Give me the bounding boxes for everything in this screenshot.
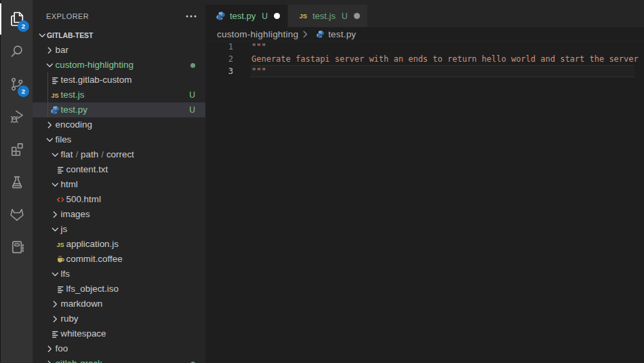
tree-item-500.html[interactable]: 500.html [33,192,205,207]
breadcrumb-item[interactable]: test.py [328,29,356,39]
tree-item-whitespace[interactable]: whitespace [33,326,205,341]
tree-item-label: js [61,222,68,237]
activitybar-item-run-debug[interactable] [1,100,33,133]
compact-path-segment[interactable]: correct [106,149,134,159]
file-icon: JS [55,239,66,250]
svg-text:JS: JS [300,13,307,20]
activitybar-item-search[interactable] [1,35,33,68]
compact-path-separator: / [101,149,104,159]
chevron-right-icon [49,299,60,309]
search-icon [9,43,25,60]
tree-item-foo[interactable]: foo [33,341,205,356]
tree-item-label: encoding [56,117,92,132]
breadcrumb-item[interactable]: custom-highlighting [217,29,298,39]
tree-item-ruby[interactable]: ruby [33,311,205,326]
run-and-debug-icon [9,109,25,125]
tree-item-lfs[interactable]: lfs [33,267,205,282]
tab-git-status: U [342,12,348,21]
code-line-3[interactable]: 3""" [205,65,644,77]
activitybar-item-notebook[interactable] [1,231,33,263]
code-line-1[interactable]: 1""" [205,41,644,53]
activitybar-item-testing[interactable] [1,166,33,198]
javascript-file-icon: JS [298,11,308,21]
tree-item-label: test.gitlab-custom [61,73,132,88]
twisty-expanded [49,269,60,280]
tree-item-label: whitespace [61,326,106,341]
tree-section-root[interactable]: GITLAB-TEST [33,28,205,43]
tree-item-label: flat/path/correct [61,147,134,162]
tree-item-label: lfs [61,267,70,282]
tree-item-lfs-object.iso[interactable]: lfs_object.iso [33,282,205,297]
twisty-expanded [49,179,60,190]
tree-item-flat-path-correct[interactable]: flat/path/correct [33,147,205,162]
file-icon [50,75,60,85]
chevron-down-icon [44,60,55,71]
tree-item-markdown[interactable]: markdown [33,297,205,311]
tree-item-html[interactable]: html [33,177,205,192]
tabs: test.pyU JStest.jsU [205,5,368,27]
code-area[interactable]: 1"""2Generate fastapi server with an end… [205,41,644,363]
python-file-icon [216,11,226,21]
file-icon [55,164,66,175]
activitybar-item-explorer[interactable]: 2 [1,3,33,35]
chevron-right-icon [44,119,55,130]
notebook-icon [9,239,25,255]
badge-explorer: 2 [18,20,29,32]
tree-item-js[interactable]: js [33,222,205,237]
tree-item-label: custom-highlighting [56,58,134,73]
tree-item-images[interactable]: images [33,207,205,222]
tree-item-files[interactable]: files [33,132,205,147]
tree-item-test.gitlab-custom[interactable]: test.gitlab-custom [33,73,205,88]
file-icon: JS [49,90,60,100]
tree-item-gitlab-grack[interactable]: gitlab-grack [33,356,205,363]
chevron-down-icon [49,149,60,160]
tree-item-label: images [61,207,90,222]
activitybar-item-gitlab[interactable] [1,198,33,231]
tab-test.js[interactable]: JStest.jsU [288,5,368,27]
tree-item-label: test.js [61,88,85,102]
compact-path-segment[interactable]: path [81,149,98,159]
chevron-right-icon [44,343,55,354]
code-text: Generate fastapi server with an ends to … [251,53,639,65]
tree-item-content.txt[interactable]: content.txt [33,162,205,177]
twisty-expanded [44,134,55,145]
tree-item-label: markdown [61,297,103,311]
tree-item-bar[interactable]: bar [33,43,205,58]
code-text: """ [251,41,266,53]
dirty-indicator-dot[interactable] [354,13,360,19]
tree-item-application.js[interactable]: JSapplication.js [33,237,205,252]
sidebar-explorer: EXPLORER GITLAB-TESTbarcustom-highlighti… [33,0,205,363]
javascript-file-icon: JS [56,240,66,250]
more-actions-button[interactable] [185,14,197,19]
tree-item-label: commit.coffee [66,252,123,267]
indent-guide [47,73,48,117]
tree-item-commit.coffee[interactable]: commit.coffee [33,252,205,267]
chevron-down-icon [49,179,60,190]
tree-item-label: 500.html [66,192,101,207]
tab-strip: test.pyU JStest.jsU [205,0,644,27]
tab-test.py[interactable]: test.pyU [205,5,288,27]
file-icon [55,284,66,294]
tree-item-encoding[interactable]: encoding [33,117,205,132]
editor-group: test.pyU JStest.jsU custom-highlighting … [205,0,644,363]
tree-item-test.js[interactable]: JStest.jsU [33,88,205,102]
chevron-right-icon [44,45,55,56]
tree-item-custom-highlighting[interactable]: custom-highlighting [33,58,205,73]
line-number: 3 [205,65,233,77]
twisty [37,30,47,41]
chevron-down-icon [49,224,60,235]
activitybar-item-source-control[interactable]: 2 [1,68,33,100]
tree-item-label: lfs_object.iso [66,282,119,297]
chevron-right-icon [44,358,55,363]
ellipsis-icon [185,14,197,19]
breadcrumbs[interactable]: custom-highlighting test.py [205,27,644,41]
file-icon [50,329,60,339]
tree-item-test.py[interactable]: test.pyU [33,102,205,117]
compact-path-segment[interactable]: flat [61,149,73,159]
dirty-indicator-dot[interactable] [274,13,280,19]
activitybar-item-extensions[interactable] [1,133,33,166]
tab-label: test.py [230,11,256,21]
html-file-icon [56,195,66,205]
line-number: 1 [205,41,233,53]
code-line-2[interactable]: 2Generate fastapi server with an ends to… [205,53,644,65]
